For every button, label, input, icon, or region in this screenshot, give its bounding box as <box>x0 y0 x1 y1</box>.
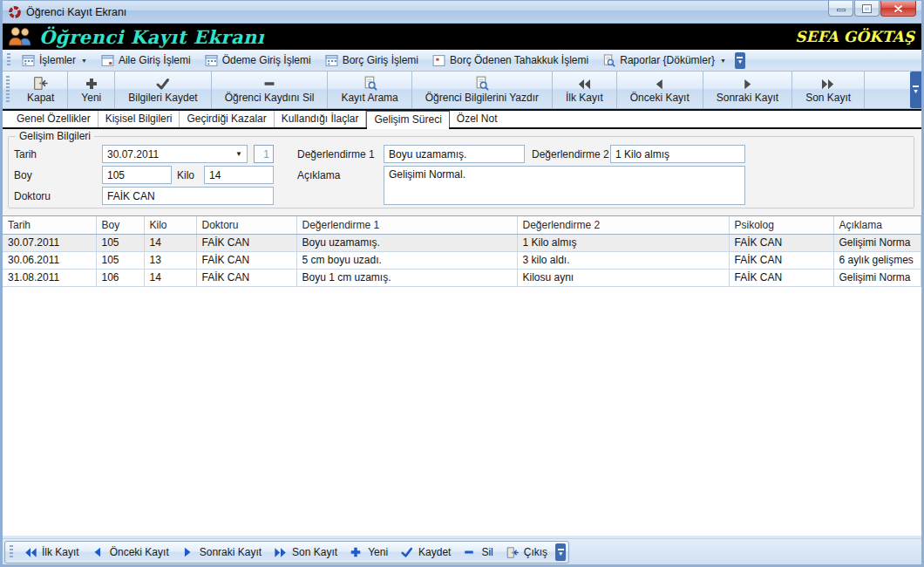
window-title: Öğrenci Kayıt Ekranı <box>26 6 126 18</box>
column-header-degerlendirme1[interactable]: Değerlendirme 1 <box>296 216 517 234</box>
bilgileri-kaydet-button[interactable]: Bilgileri Kaydet <box>115 72 211 108</box>
cell: 106 <box>96 269 144 286</box>
data-grid[interactable]: Tarih Boy Kilo Doktoru Değerlendirme 1 D… <box>3 215 921 536</box>
bottom-button-label: Önceki Kayıt <box>110 546 169 558</box>
column-header-tarih[interactable]: Tarih <box>3 216 96 234</box>
minimize-button[interactable] <box>828 1 853 17</box>
tab-gelisim-sureci[interactable]: Gelişim Süreci <box>366 111 449 127</box>
bottom-son-kayit-button[interactable]: Son Kayıt <box>268 543 343 562</box>
cell: 13 <box>144 251 196 269</box>
kilo-input[interactable] <box>204 166 274 184</box>
cell: 30.06.2011 <box>3 251 96 269</box>
menu-item-label: Borç Giriş İşlemi <box>343 54 418 66</box>
chevron-down-icon: ▼ <box>558 551 563 556</box>
toolbar-grip[interactable] <box>7 53 10 68</box>
menu-item-borc-giris[interactable]: Borç Giriş İşlemi <box>318 51 425 70</box>
column-header-aciklama[interactable]: Açıklama <box>833 216 921 234</box>
menu-item-borc-odenen-tahakkuk[interactable]: Borç Ödenen Tahakkuk İşlemi <box>425 51 595 70</box>
bottom-onceki-kayit-button[interactable]: Önceki Kayıt <box>85 543 175 562</box>
doktoru-input[interactable] <box>102 187 274 205</box>
kilo-label: Kilo <box>177 169 194 181</box>
cell: FAİK CAN <box>196 251 296 269</box>
bottom-band: İlk Kayıt Önceki Kayıt Sonraki Kayıt Son… <box>3 538 921 565</box>
minus-icon <box>262 75 276 91</box>
overflow-icon <box>913 85 919 87</box>
aciklama-textarea[interactable]: Gelişimi Normal. <box>384 166 745 205</box>
column-header-psikolog[interactable]: Psikolog <box>729 216 833 234</box>
toolbar-button-label: Öğrenci Bilgilerini Yazdır <box>425 92 539 104</box>
check-icon <box>155 75 170 91</box>
table-row[interactable]: 30.07.2011 105 14 FAİK CAN Boyu uzamamış… <box>3 234 921 251</box>
table-row[interactable]: 31.08.2011 106 14 FAİK CAN Boyu 1 cm uza… <box>3 269 921 286</box>
maximize-icon <box>863 5 871 12</box>
cell: 31.08.2011 <box>3 269 96 286</box>
cell: Boyu uzamamış. <box>296 234 517 251</box>
toolbar-grip[interactable] <box>10 545 13 560</box>
bottom-kaydet-button[interactable]: Kaydet <box>394 543 457 562</box>
cell: 6 aylık gelişmes <box>833 251 921 269</box>
bottom-sil-button[interactable]: Sil <box>457 543 499 562</box>
yeni-button[interactable]: Yeni <box>68 72 115 108</box>
toolbar-button-label: Yeni <box>81 92 101 104</box>
degerlendirme2-input[interactable] <box>610 145 745 163</box>
next-record-icon <box>181 546 195 559</box>
degerlendirme1-input[interactable] <box>384 145 525 163</box>
first-record-icon <box>24 546 37 559</box>
ilk-kayit-button[interactable]: İlk Kayıt <box>553 72 617 108</box>
bottom-button-label: Yeni <box>368 546 388 558</box>
column-header-degerlendirme2[interactable]: Değerlendirme 2 <box>517 216 729 234</box>
menu-item-aile-giris[interactable]: Aile Giriş İşlemi <box>94 51 198 70</box>
boy-input[interactable] <box>102 166 172 184</box>
record-count-box: 1 <box>254 145 274 163</box>
cell: 1 Kilo almış <box>517 234 729 251</box>
onceki-kayit-button[interactable]: Önceki Kayıt <box>617 72 703 108</box>
gelisim-form: Gelişim Bilgileri Tarih 30.07.2011 ▼ 1 B… <box>3 129 921 215</box>
degerlendirme1-label: Değerlendirme 1 <box>297 148 375 161</box>
bottom-yeni-button[interactable]: Yeni <box>343 543 394 562</box>
toolbar-overflow-button[interactable]: ▼ <box>910 72 921 108</box>
table-grid-icon <box>205 54 218 67</box>
check-icon <box>400 546 414 559</box>
kapat-button[interactable]: Kapat <box>14 72 68 108</box>
cell: Gelişimi Norma <box>833 234 921 251</box>
bottom-toolbar-overflow-button[interactable]: ▼ <box>555 543 566 561</box>
bottom-sonraki-kayit-button[interactable]: Sonraki Kayıt <box>175 543 268 562</box>
tarih-label: Tarih <box>14 148 37 161</box>
bottom-cikis-button[interactable]: Çıkış <box>499 543 554 562</box>
son-kayit-button[interactable]: Son Kayıt <box>792 72 865 108</box>
column-header-doktoru[interactable]: Doktoru <box>196 216 296 234</box>
column-header-boy[interactable]: Boy <box>96 216 144 234</box>
menubar-overflow-button[interactable]: ▼ <box>735 52 745 69</box>
bottom-ilk-kayit-button[interactable]: İlk Kayıt <box>17 543 85 562</box>
toolbar-button-label: Sonraki Kayıt <box>717 92 778 104</box>
toolbar-button-label: Bilgileri Kaydet <box>128 92 197 104</box>
menu-item-islemler[interactable]: İşlemler ▼ <box>15 51 94 70</box>
chevron-down-icon: ▼ <box>913 89 919 94</box>
menu-item-odeme-giris[interactable]: Ödeme Giriş İşlemi <box>198 51 318 70</box>
print-preview-icon <box>474 75 489 91</box>
menu-item-label: Aile Giriş İşlemi <box>119 54 191 66</box>
close-button[interactable] <box>880 1 916 17</box>
menu-item-label: Raporlar {Dökümler} <box>620 54 715 66</box>
table-row[interactable]: 30.06.2011 105 13 FAİK CAN 5 cm boyu uza… <box>3 251 921 269</box>
ogrenci-kaydini-sil-button[interactable]: Öğrenci Kaydını Sil <box>212 72 329 108</box>
column-header-kilo[interactable]: Kilo <box>144 216 196 234</box>
tab-gecirdigi-kazalar[interactable]: Geçirdiği Kazalar <box>180 111 274 127</box>
maximize-button[interactable] <box>854 1 880 17</box>
sonraki-kayit-button[interactable]: Sonraki Kayıt <box>703 72 792 108</box>
previous-record-icon <box>92 546 105 559</box>
tab-kullandigi-ilaclar[interactable]: Kullandığı İlaçlar <box>275 111 367 127</box>
toolbar-button-label: Önceki Kayıt <box>630 92 690 104</box>
tab-ozel-not[interactable]: Özel Not <box>450 111 505 127</box>
toolbar-grip[interactable] <box>6 76 10 104</box>
page-banner-title: Öğrenci Kayıt Ekranı <box>39 26 264 48</box>
exit-door-icon <box>506 546 520 559</box>
titlebar[interactable]: Öğrenci Kayıt Ekranı <box>3 1 921 24</box>
kayit-arama-button[interactable]: Kayıt Arama <box>328 72 411 108</box>
chevron-down-icon: ▼ <box>720 58 726 64</box>
tab-genel-ozellikler[interactable]: Genel Özellikler <box>10 111 99 127</box>
ogrenci-bilgilerini-yazdir-button[interactable]: Öğrenci Bilgilerini Yazdır <box>412 72 553 108</box>
menu-item-raporlar[interactable]: Raporlar {Dökümler} ▼ <box>595 51 733 70</box>
tarih-combobox[interactable]: 30.07.2011 ▼ <box>102 145 248 163</box>
tab-kisisel-bilgileri[interactable]: Kişisel Bilgileri <box>99 111 180 127</box>
